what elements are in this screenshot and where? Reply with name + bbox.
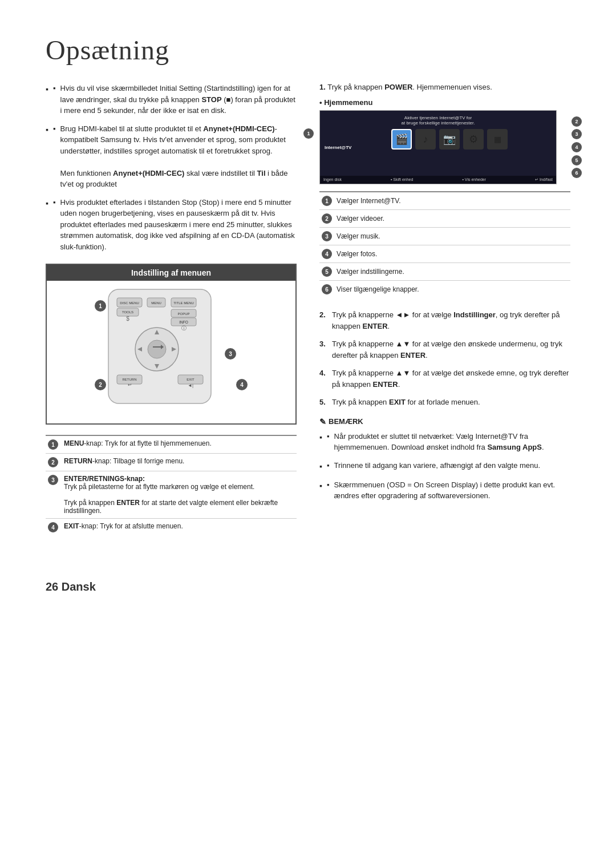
bullet-marker: ▪ bbox=[53, 123, 56, 190]
bullet-item: ▪ Hvis du vil vise skærmbilledet Initial… bbox=[46, 83, 297, 116]
bullet-marker: ▪ bbox=[327, 460, 330, 473]
bemærk-section: BEMÆRK ▪ Når produktet er sluttet til ne… bbox=[319, 417, 570, 502]
remote-control-diagram: DISC MENU MENU TITLE MENU POPUP TOOLS $ bbox=[47, 281, 295, 423]
svg-text:DISC MENU: DISC MENU bbox=[120, 301, 139, 305]
bemærk-item: ▪ Trinnene til adgang kan variere, afhæn… bbox=[319, 460, 570, 473]
callout-row: 1 MENU-knap: Tryk for at flytte til hjem… bbox=[46, 435, 297, 454]
home-callout-row: 5 Vælger indstillingerne. bbox=[319, 263, 570, 281]
bemærk-item: ▪ Når produktet er sluttet til netværket… bbox=[319, 431, 570, 453]
intro-bullets: ▪ Hvis du vil vise skærmbilledet Initial… bbox=[46, 83, 297, 252]
callout-2: 2 bbox=[95, 379, 106, 390]
svg-text:$: $ bbox=[126, 316, 129, 322]
svg-text:RETURN: RETURN bbox=[123, 378, 137, 381]
svg-text:TITLE MENU: TITLE MENU bbox=[173, 301, 194, 305]
step-3: 3. Tryk på knapperne ▲▼ for at vælge den… bbox=[319, 338, 570, 361]
home-callout-table: 1 Vælger Internet@TV. 2 Vælger videoer. … bbox=[319, 191, 570, 298]
callout-num: 4 bbox=[46, 519, 62, 536]
home-callout-row: 6 Viser tilgængelige knapper. bbox=[319, 281, 570, 298]
home-callout-row: 2 Vælger videoer. bbox=[319, 210, 570, 228]
step-4: 4. Tryk på knapperne ▲▼ for at vælge det… bbox=[319, 368, 570, 390]
home-callout-row: 4 Vælger fotos. bbox=[319, 245, 570, 263]
left-column: ▪ Hvis du vil vise skærmbilledet Initial… bbox=[46, 83, 297, 546]
hjemmemenu-label: Hjemmemenu bbox=[319, 98, 570, 107]
callout-row: 4 EXIT-knap: Tryk for at afslutte menuen… bbox=[46, 519, 297, 536]
page-title: Opsætning bbox=[46, 34, 570, 66]
callout-3: 3 bbox=[225, 348, 236, 360]
callout-num: 3 bbox=[46, 471, 62, 519]
step-5: 5. Tryk på knappen EXIT for at forlade m… bbox=[319, 397, 570, 408]
callout-1: 1 bbox=[95, 300, 106, 312]
callout-4: 4 bbox=[236, 379, 248, 390]
bullet-marker: ▪ bbox=[53, 197, 56, 253]
home-callout-row: 1 Vælger Internet@TV. bbox=[319, 192, 570, 210]
svg-text:EXIT: EXIT bbox=[187, 378, 194, 381]
step-1-num: 1. bbox=[319, 83, 326, 91]
svg-point-16 bbox=[148, 340, 166, 358]
page-footer: 26 Dansk bbox=[46, 580, 570, 593]
svg-text:POPUP: POPUP bbox=[177, 312, 189, 316]
home-menu-screenshot: Aktiver tjenesten Internet@TV forat brug… bbox=[319, 110, 557, 184]
callout-num: 2 bbox=[46, 454, 62, 471]
home-callout-row: 3 Vælger musik. bbox=[319, 228, 570, 245]
svg-text:ⓘ: ⓘ bbox=[181, 325, 187, 331]
svg-text:TOOLS: TOOLS bbox=[122, 310, 133, 314]
step-2: 2. Tryk på knapperne ◄► for at vælge Ind… bbox=[319, 309, 570, 332]
bemærk-bullets: ▪ Når produktet er sluttet til netværket… bbox=[319, 431, 570, 502]
svg-text:INFO: INFO bbox=[179, 320, 188, 324]
section-box-header: Indstilling af menuen bbox=[47, 265, 295, 281]
bullet-item: ▪ Brug HDMI-kabel til at slutte produkte… bbox=[46, 123, 297, 190]
bemærk-title: BEMÆRK bbox=[319, 417, 570, 426]
steps-list: 2. Tryk på knapperne ◄► for at vælge Ind… bbox=[319, 309, 570, 408]
svg-text:◄|: ◄| bbox=[188, 383, 193, 388]
bullet-item: ▪ Hvis produktet efterlades i tilstanden… bbox=[46, 197, 297, 253]
bullet-marker: ▪ bbox=[327, 479, 330, 502]
indstilling-section: Indstilling af menuen DISC MENU MENU TIT… bbox=[46, 264, 297, 425]
home-menu-wrapper: Aktiver tjenesten Internet@TV forat brug… bbox=[319, 110, 570, 184]
callout-row: 3 ENTER/RETNINGS-knap: Tryk på piletaste… bbox=[46, 471, 297, 519]
svg-text:↩: ↩ bbox=[128, 382, 132, 387]
callout-row: 2 RETURN-knap: Tilbage til forrige menu. bbox=[46, 454, 297, 471]
callout-table: 1 MENU-knap: Tryk for at flytte til hjem… bbox=[46, 435, 297, 536]
remote-svg: DISC MENU MENU TITLE MENU POPUP TOOLS $ bbox=[91, 286, 240, 412]
home-menu-callouts: 2 3 4 5 6 bbox=[572, 110, 582, 184]
bullet-marker: ▪ bbox=[53, 83, 56, 116]
callout-num: 1 bbox=[46, 435, 62, 454]
right-column: 1. Tryk på knappen POWER. Hjemmemenuen v… bbox=[319, 83, 570, 513]
bullet-marker: ▪ bbox=[327, 431, 330, 453]
step-1: 1. Tryk på knappen POWER. Hjemmemenuen v… bbox=[319, 83, 570, 91]
svg-text:MENU: MENU bbox=[151, 301, 161, 305]
bemærk-item: ▪ Skærmmenuen (OSD = On Screen Display) … bbox=[319, 479, 570, 502]
home-callout-1: 1 bbox=[303, 128, 314, 139]
